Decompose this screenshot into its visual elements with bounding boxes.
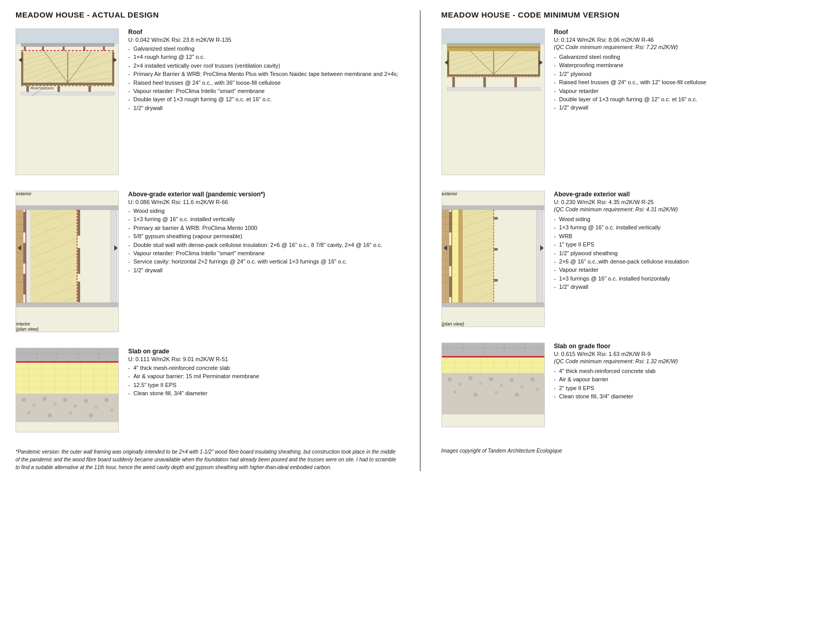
roof-actual-diagram: Roof trusses bbox=[16, 28, 119, 175]
bullet-item: 4" thick mesh-reinforced concrete slab bbox=[554, 367, 825, 375]
slab-actual-svg bbox=[16, 348, 119, 431]
svg-point-108 bbox=[48, 413, 52, 417]
page-layout: MEADOW HOUSE - ACTUAL DESIGN bbox=[16, 10, 824, 471]
bullet-item: Clean stone fill, 3/4" diameter bbox=[128, 390, 399, 397]
svg-point-110 bbox=[89, 413, 93, 417]
roof-code-metrics-italic: (QC Code minimum requirement: Rsi: 7.22 … bbox=[554, 44, 825, 50]
svg-rect-4 bbox=[63, 47, 65, 51]
bullet-item: 2×6 @ 16" o.c.,with dense-pack cellulose… bbox=[554, 258, 825, 266]
bullet-item: 1×4 rough furring @ 12" o.c. bbox=[128, 53, 399, 61]
bullet-item: 1×3 furring @ 16" o.c. installed vertica… bbox=[554, 224, 825, 231]
roof-code-bullets: Galvanized steel roofing Waterproofing m… bbox=[554, 53, 825, 112]
svg-rect-51 bbox=[30, 210, 56, 303]
bullet-item: 2×4 installed vertically over roof truss… bbox=[128, 62, 399, 70]
left-column-title: MEADOW HOUSE - ACTUAL DESIGN bbox=[16, 10, 399, 19]
bullet-item: 1×3 furrings @ 16" o.c. installed horizo… bbox=[554, 275, 825, 283]
bullet-item: 1/2" drywall bbox=[128, 104, 399, 112]
bullet-item: Vapour retarder: ProClima Intello "smart… bbox=[128, 250, 399, 257]
svg-point-103 bbox=[74, 405, 77, 408]
bullet-item: 1" type II EPS bbox=[554, 241, 825, 249]
wall-code-metrics: U: 0.230 W/m2K Rsi: 4.35 m2K/W R-25 bbox=[554, 199, 825, 205]
svg-rect-8 bbox=[21, 52, 23, 83]
bullet-item: 2" type II EPS bbox=[554, 384, 825, 392]
bullet-item: 1/2" drywall bbox=[128, 267, 399, 274]
svg-rect-85 bbox=[16, 363, 119, 394]
wall-code-title: Above-grade exterior wall bbox=[554, 191, 825, 198]
exterior-label-right: exterior bbox=[442, 191, 544, 196]
svg-point-104 bbox=[84, 399, 88, 403]
slab-actual-description: Slab on grade U: 0.111 W/m2K Rsi: 9.01 m… bbox=[128, 348, 399, 398]
bullet-item: 12.5" type II EPS bbox=[128, 381, 399, 389]
bullet-item: 1/2" drywall bbox=[554, 283, 825, 291]
bullet-item: Primary Air Barrier & WRB: ProClima Ment… bbox=[128, 70, 399, 78]
svg-rect-133 bbox=[483, 77, 486, 82]
svg-point-111 bbox=[110, 409, 113, 412]
slab-actual-diagram bbox=[16, 348, 119, 432]
wall-actual-bullets: Wood siding 1×3 furring @ 16" o.c. insta… bbox=[128, 207, 399, 274]
roof-actual-svg bbox=[16, 29, 119, 174]
wall-code-section: exterior bbox=[441, 191, 825, 327]
svg-rect-141 bbox=[442, 206, 545, 210]
wall-code-metrics-italic: (QC Code minimum requirement: Rsi: 4.31 … bbox=[554, 206, 825, 212]
wall-actual-diagram: exterior bbox=[16, 191, 119, 332]
svg-rect-24 bbox=[21, 83, 114, 85]
slab-actual-metrics: U: 0.111 W/m2K Rsi: 9.01 m2K/W R-51 bbox=[128, 356, 399, 362]
svg-rect-6 bbox=[103, 47, 105, 51]
slab-code-bullets: 4" thick mesh-reinforced concrete slab A… bbox=[554, 367, 825, 401]
wall-actual-section: exterior bbox=[16, 191, 399, 332]
wall-actual-title: Above-grade exterior wall (pandemic vers… bbox=[128, 191, 399, 198]
column-divider bbox=[420, 10, 421, 471]
svg-rect-113 bbox=[447, 43, 540, 47]
svg-point-207 bbox=[459, 383, 462, 386]
svg-rect-73 bbox=[78, 282, 80, 302]
svg-rect-84 bbox=[16, 361, 119, 363]
slab-actual-bullets: 4" thick mesh-reinforced concrete slab A… bbox=[128, 364, 399, 398]
svg-rect-26 bbox=[26, 86, 29, 92]
bullet-item: Vapour retarder bbox=[554, 266, 825, 274]
svg-point-208 bbox=[468, 376, 472, 380]
svg-rect-5 bbox=[83, 47, 85, 51]
svg-point-213 bbox=[521, 385, 524, 389]
roof-code-svg bbox=[442, 29, 545, 174]
slab-code-description: Slab on grade floor U: 0.615 W/m2K Rsi: … bbox=[554, 343, 825, 401]
bullet-item: WRB bbox=[554, 233, 825, 240]
bullet-item: Double layer of 1×3 rough furring @ 12" … bbox=[554, 96, 825, 103]
svg-point-107 bbox=[27, 411, 30, 414]
bullet-item: Vapour retarder: ProClima Intello "smart… bbox=[128, 87, 399, 95]
svg-rect-183 bbox=[494, 279, 498, 282]
svg-rect-2 bbox=[24, 47, 26, 51]
svg-rect-29 bbox=[21, 92, 114, 95]
svg-rect-9 bbox=[112, 52, 114, 83]
svg-rect-135 bbox=[452, 82, 455, 87]
svg-rect-33 bbox=[16, 206, 119, 210]
roof-actual-title: Roof bbox=[128, 28, 399, 36]
svg-rect-74 bbox=[111, 210, 117, 303]
bullet-item: 1/2" plywood bbox=[554, 70, 825, 78]
svg-rect-75 bbox=[16, 303, 119, 307]
svg-point-216 bbox=[474, 393, 478, 397]
svg-marker-139 bbox=[445, 60, 448, 65]
svg-rect-28 bbox=[88, 86, 91, 92]
roof-code-metrics: U: 0.124 W/m2K Rsi: 8.06 m2K/W R-46 bbox=[554, 37, 825, 43]
roof-trusses-label: Roof trusses bbox=[30, 86, 54, 90]
wall-code-bullets: Wood siding 1×3 furring @ 16" o.c. insta… bbox=[554, 215, 825, 291]
svg-rect-157 bbox=[452, 210, 459, 303]
svg-rect-3 bbox=[42, 47, 44, 51]
plan-view-label: (plan view) bbox=[16, 327, 118, 332]
slab-code-svg bbox=[442, 343, 545, 426]
svg-point-209 bbox=[479, 382, 482, 385]
slab-code-diagram bbox=[441, 343, 545, 427]
svg-rect-71 bbox=[78, 210, 80, 236]
bullet-item: Galvanized steel roofing bbox=[128, 45, 399, 53]
svg-rect-168 bbox=[459, 210, 463, 303]
roof-code-description: Roof U: 0.124 W/m2K Rsi: 8.06 m2K/W R-46… bbox=[554, 28, 825, 113]
bullet-item: Galvanized steel roofing bbox=[554, 53, 825, 61]
svg-rect-136 bbox=[483, 82, 486, 87]
bullet-item: 5/8" gypsum sheathing (vapour permeable) bbox=[128, 233, 399, 240]
svg-rect-49 bbox=[26, 210, 30, 303]
svg-point-105 bbox=[95, 406, 98, 409]
svg-rect-194 bbox=[442, 356, 545, 358]
svg-point-99 bbox=[33, 404, 36, 407]
svg-point-100 bbox=[42, 397, 47, 401]
bullet-item: Raised heel trusses @ 24" o.c., with 36"… bbox=[128, 79, 399, 87]
